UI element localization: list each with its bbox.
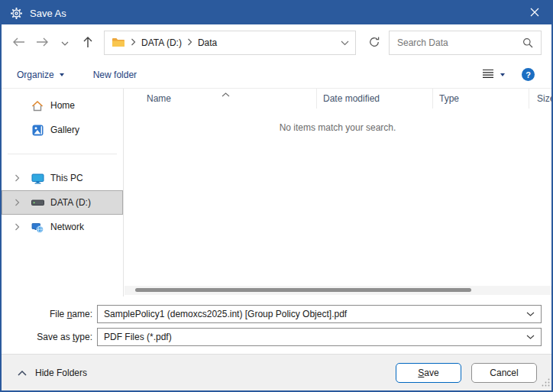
refresh-button[interactable] (363, 31, 386, 54)
chevron-down-icon (60, 73, 64, 76)
new-folder-label: New folder (93, 70, 137, 80)
breadcrumb-item-drive[interactable]: DATA (D:) (141, 37, 182, 48)
recent-locations-button[interactable] (53, 31, 76, 54)
chevron-down-icon[interactable] (526, 312, 535, 316)
chevron-down-icon (500, 73, 505, 76)
this-pc-icon (30, 173, 45, 184)
file-name-input[interactable]: SamplePolicy1 (demoxcs2025.int) [Group P… (97, 305, 542, 323)
breadcrumb-item-folder[interactable]: Data (198, 37, 217, 48)
arrow-up-icon (82, 36, 93, 50)
empty-list-message: No items match your search. (124, 122, 551, 133)
column-headers: Name Date modified Type Size (124, 89, 551, 109)
column-header-size[interactable]: Size (529, 89, 553, 109)
file-list-pane: Name Date modified Type Size No items ma… (124, 89, 551, 296)
navigation-bar: DATA (D:) Data Search Data (2, 24, 551, 61)
hide-folders-label: Hide Folders (35, 368, 87, 378)
expand-chevron-icon[interactable] (15, 223, 25, 231)
sidebar-item-data-drive[interactable]: DATA (D:) (2, 190, 123, 215)
scrollbar-thumb[interactable] (135, 288, 471, 292)
network-icon (30, 222, 45, 233)
search-placeholder: Search Data (397, 37, 448, 48)
folder-icon (112, 37, 125, 50)
organize-label: Organize (17, 70, 54, 80)
cancel-button[interactable]: Cancel (471, 363, 537, 383)
command-toolbar: Organize New folder ? (2, 61, 551, 89)
refresh-icon (368, 36, 380, 50)
up-button[interactable] (76, 31, 99, 54)
sidebar-divider (8, 154, 117, 154)
sidebar-item-label: Gallery (50, 125, 79, 135)
forward-button[interactable] (31, 31, 53, 54)
organize-button[interactable]: Organize (17, 70, 64, 80)
chevron-right-icon (131, 37, 136, 48)
save-as-type-select[interactable]: PDF Files (*.pdf) (97, 328, 542, 346)
address-bar[interactable]: DATA (D:) Data (104, 31, 356, 55)
home-icon (30, 100, 45, 112)
column-header-type[interactable]: Type (432, 89, 529, 109)
save-button[interactable]: Save (396, 363, 461, 383)
close-icon (530, 8, 539, 19)
hide-folders-button[interactable]: Hide Folders (18, 368, 87, 378)
chevron-up-icon (18, 368, 27, 378)
sidebar-item-gallery[interactable]: Gallery (2, 118, 123, 142)
address-dropdown-icon[interactable] (341, 37, 349, 48)
navigation-pane: Home Gallery (2, 89, 124, 296)
sidebar-item-home[interactable]: Home (2, 93, 123, 118)
search-icon[interactable] (522, 37, 533, 48)
save-as-type-value: PDF Files (*.pdf) (104, 332, 522, 342)
new-folder-button[interactable]: New folder (93, 70, 137, 80)
drive-icon (30, 199, 45, 206)
search-box[interactable]: Search Data (389, 31, 542, 55)
window-title: Save As (30, 8, 66, 19)
sidebar-item-label: Network (50, 222, 84, 232)
arrow-left-icon (12, 37, 26, 50)
question-mark-glyph: ? (526, 70, 531, 79)
content-area: Home Gallery (2, 89, 551, 296)
column-header-name[interactable]: Name (124, 89, 316, 109)
resize-grip[interactable] (542, 378, 550, 389)
help-button[interactable]: ? (522, 68, 535, 81)
chevron-down-icon (61, 37, 69, 48)
save-as-type-label: Save as type: (2, 332, 97, 342)
chevron-down-icon[interactable] (526, 335, 535, 339)
save-as-dialog: Save As (0, 0, 553, 392)
sidebar-item-label: DATA (D:) (50, 197, 91, 208)
sort-ascending-icon (222, 89, 230, 99)
horizontal-scrollbar[interactable] (125, 286, 551, 295)
file-name-value: SamplePolicy1 (demoxcs2025.int) [Group P… (104, 309, 522, 319)
sidebar-item-this-pc[interactable]: This PC (2, 166, 123, 190)
file-name-form: File name: SamplePolicy1 (demoxcs2025.in… (2, 296, 551, 354)
arrow-right-icon (35, 37, 49, 50)
list-view-icon (482, 69, 494, 81)
sidebar-item-label: This PC (50, 173, 83, 183)
column-header-date-modified[interactable]: Date modified (316, 89, 432, 109)
titlebar[interactable]: Save As (2, 2, 551, 24)
file-name-label: File name: (2, 309, 97, 319)
close-button[interactable] (518, 2, 551, 24)
toolbar-right-group: ? (482, 68, 541, 81)
back-button[interactable] (8, 31, 31, 54)
view-options-button[interactable] (482, 69, 505, 81)
expand-chevron-icon[interactable] (15, 199, 25, 206)
sidebar-item-network[interactable]: Network (2, 215, 123, 239)
gallery-icon (30, 125, 45, 136)
chevron-right-icon (187, 37, 192, 48)
expand-chevron-icon[interactable] (15, 174, 25, 182)
sidebar-item-label: Home (50, 100, 75, 111)
footer-bar: Hide Folders Save Cancel (2, 354, 551, 390)
gear-icon (10, 7, 23, 20)
